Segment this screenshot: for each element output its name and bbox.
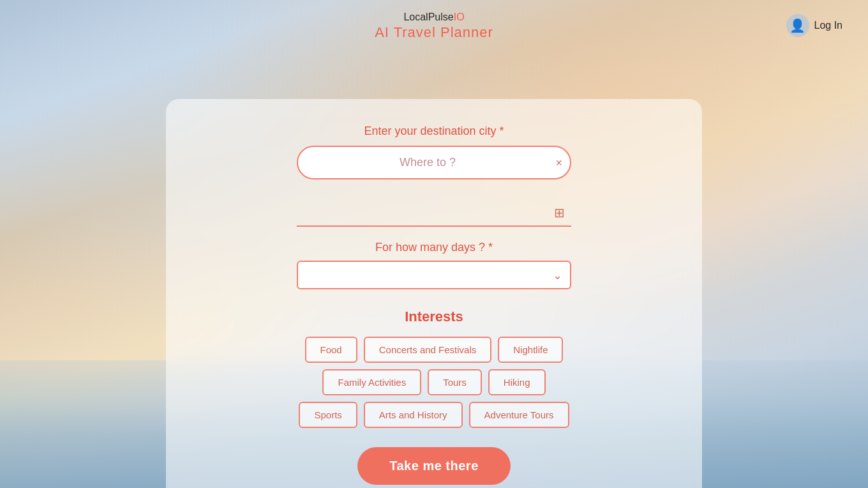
interest-nightlife[interactable]: Nightlife <box>498 337 563 363</box>
app-header: LocalPulseIO AI Travel Planner 👤 Log In <box>0 0 868 41</box>
interests-label: Interests <box>405 309 463 325</box>
interest-food[interactable]: Food <box>305 337 357 363</box>
destination-wrapper: × <box>297 146 571 179</box>
interest-family[interactable]: Family Activities <box>322 369 421 395</box>
login-label: Log In <box>814 20 842 31</box>
calendar-icon: ⊞ <box>554 205 565 220</box>
avatar-icon: 👤 <box>786 14 809 37</box>
interests-row-1: Food Concerts and Festivals Nightlife <box>305 337 564 363</box>
main-card: Enter your destination city * × ⊞ For ho… <box>166 99 702 488</box>
days-select-wrapper: 1 2 3 4 5 6 7 ⌄ <box>297 261 571 289</box>
destination-label: Enter your destination city * <box>364 125 504 138</box>
logo-local: Local <box>403 11 428 22</box>
interests-grid: Food Concerts and Festivals Nightlife Fa… <box>204 337 664 428</box>
interest-concerts[interactable]: Concerts and Festivals <box>364 337 492 363</box>
interests-row-3: Sports Arts and History Adventure Tours <box>299 402 569 428</box>
days-label: For how many days ? * <box>375 241 493 254</box>
destination-input[interactable] <box>297 146 571 179</box>
logo-text: LocalPulseIO <box>403 11 464 23</box>
interest-hiking[interactable]: Hiking <box>488 369 546 395</box>
interest-tours[interactable]: Tours <box>428 369 482 395</box>
submit-button[interactable]: Take me there <box>357 447 511 485</box>
date-wrapper: ⊞ <box>297 199 571 227</box>
logo-subtitle: AI Travel Planner <box>375 24 493 41</box>
interests-row-2: Family Activities Tours Hiking <box>322 369 545 395</box>
interest-arts[interactable]: Arts and History <box>364 402 463 428</box>
logo-io: IO <box>454 11 465 22</box>
clear-button[interactable]: × <box>555 157 562 169</box>
interest-adventure[interactable]: Adventure Tours <box>469 402 569 428</box>
days-select[interactable]: 1 2 3 4 5 6 7 <box>297 261 571 289</box>
login-button[interactable]: 👤 Log In <box>786 14 842 37</box>
logo-pulse: Pulse <box>428 11 454 22</box>
logo: LocalPulseIO AI Travel Planner <box>375 11 493 41</box>
date-input[interactable] <box>297 199 571 227</box>
interest-sports[interactable]: Sports <box>299 402 357 428</box>
